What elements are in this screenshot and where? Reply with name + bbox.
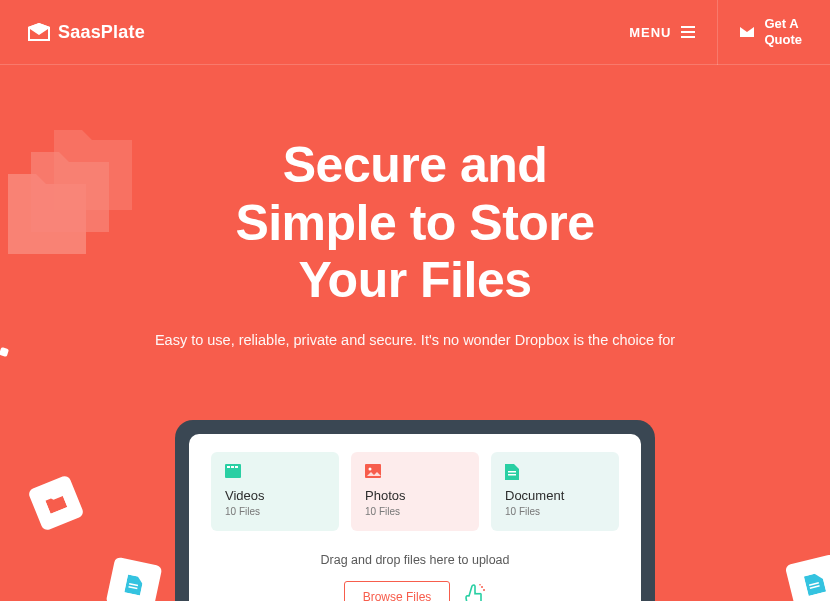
svg-rect-3 xyxy=(235,466,238,468)
file-type-cards: Videos 10 Files Photos 10 Files Document… xyxy=(211,452,619,531)
video-icon xyxy=(225,464,241,478)
floating-tile-document-right xyxy=(785,554,830,601)
card-title: Photos xyxy=(365,488,465,503)
floating-tile-folder xyxy=(27,474,84,531)
envelope-open-icon xyxy=(28,23,50,41)
header: SaasPlate MENU Get A Quote xyxy=(0,0,830,65)
hamburger-icon xyxy=(681,26,695,38)
laptop-frame: Videos 10 Files Photos 10 Files Document… xyxy=(175,420,655,601)
floating-tile-document xyxy=(106,557,163,601)
card-count: 10 Files xyxy=(365,506,465,517)
brand-name: SaasPlate xyxy=(58,22,145,43)
menu-button[interactable]: MENU xyxy=(629,0,717,65)
svg-point-8 xyxy=(481,586,483,588)
quote-label: Get A Quote xyxy=(764,16,802,47)
card-count: 10 Files xyxy=(225,506,325,517)
envelope-icon xyxy=(740,27,754,37)
svg-rect-6 xyxy=(508,471,516,473)
card-title: Videos xyxy=(225,488,325,503)
svg-rect-2 xyxy=(231,466,234,468)
upload-panel: Videos 10 Files Photos 10 Files Document… xyxy=(189,434,641,601)
brand-logo[interactable]: SaasPlate xyxy=(28,22,145,43)
svg-point-10 xyxy=(480,584,482,586)
svg-point-5 xyxy=(369,468,372,471)
svg-rect-7 xyxy=(508,474,516,476)
svg-rect-1 xyxy=(227,466,230,468)
hero-subtitle: Easy to use, reliable, private and secur… xyxy=(0,332,830,348)
document-icon xyxy=(505,464,521,478)
card-document[interactable]: Document 10 Files xyxy=(491,452,619,531)
card-videos[interactable]: Videos 10 Files xyxy=(211,452,339,531)
floating-dot xyxy=(0,346,9,356)
laptop-mockup: Videos 10 Files Photos 10 Files Document… xyxy=(175,420,655,601)
browse-files-button[interactable]: Browse Files xyxy=(344,581,451,601)
get-quote-button[interactable]: Get A Quote xyxy=(718,16,802,47)
menu-label: MENU xyxy=(629,25,671,40)
svg-point-9 xyxy=(483,589,485,591)
photo-icon xyxy=(365,464,381,478)
drop-zone-text: Drag and drop files here to upload xyxy=(211,553,619,567)
card-title: Document xyxy=(505,488,605,503)
card-count: 10 Files xyxy=(505,506,605,517)
hand-pointer-icon xyxy=(464,584,486,601)
folders-stack-icon xyxy=(8,130,148,264)
card-photos[interactable]: Photos 10 Files xyxy=(351,452,479,531)
